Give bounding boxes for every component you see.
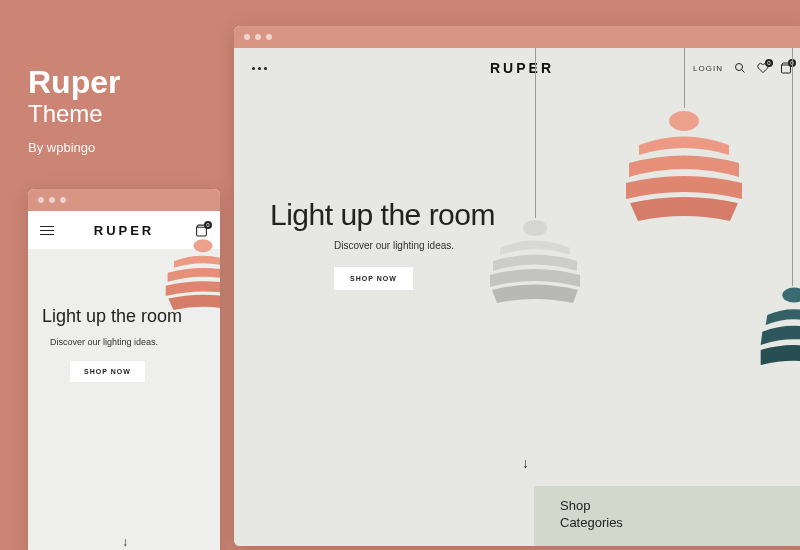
svg-point-4: [669, 111, 699, 131]
mobile-preview-window: RUPER 0 Light up the room Discover our l…: [28, 189, 220, 550]
hero-subtitle: Discover our lighting ideas.: [50, 337, 182, 347]
hero-section: Light up the room Discover our lighting …: [42, 306, 182, 382]
shop-now-button[interactable]: SHOP NOW: [70, 361, 145, 382]
window-dot: [38, 197, 44, 203]
categories-panel: ShopCategories: [534, 486, 800, 546]
menu-icon[interactable]: [252, 67, 267, 70]
svg-point-3: [523, 220, 547, 236]
theme-subtitle: Theme: [28, 100, 120, 128]
lamp-coral: [614, 48, 754, 248]
scroll-down-icon[interactable]: ↓: [122, 535, 128, 549]
scroll-down-icon[interactable]: ↓: [522, 455, 529, 471]
hamburger-icon[interactable]: [40, 226, 54, 235]
theme-name: Ruper: [28, 66, 120, 98]
hero-section: Light up the room Discover our lighting …: [270, 198, 495, 290]
cart-badge: 0: [204, 221, 212, 229]
hero-title: Light up the room: [42, 306, 182, 327]
svg-point-5: [782, 288, 800, 303]
desktop-content: RUPER LOGIN 0 0: [234, 48, 800, 546]
window-dot: [49, 197, 55, 203]
categories-title: ShopCategories: [560, 498, 784, 532]
hero-title: Light up the room: [270, 198, 495, 232]
window-titlebar: [234, 26, 800, 48]
window-dot: [266, 34, 272, 40]
brand-logo[interactable]: RUPER: [94, 223, 155, 238]
mobile-content: RUPER 0 Light up the room Discover our l…: [28, 211, 220, 550]
window-dot: [244, 34, 250, 40]
hero-subtitle: Discover our lighting ideas.: [334, 240, 495, 251]
lamp-teal: [754, 48, 800, 398]
theme-title-block: Ruper Theme By wpbingo: [28, 66, 120, 155]
window-dot: [255, 34, 261, 40]
svg-point-7: [193, 239, 212, 252]
window-titlebar: [28, 189, 220, 211]
shop-now-button[interactable]: SHOP NOW: [334, 267, 413, 290]
desktop-preview-window: RUPER LOGIN 0 0: [234, 26, 800, 546]
theme-author: By wpbingo: [28, 140, 120, 155]
window-dot: [60, 197, 66, 203]
lamp-grey: [480, 48, 590, 308]
